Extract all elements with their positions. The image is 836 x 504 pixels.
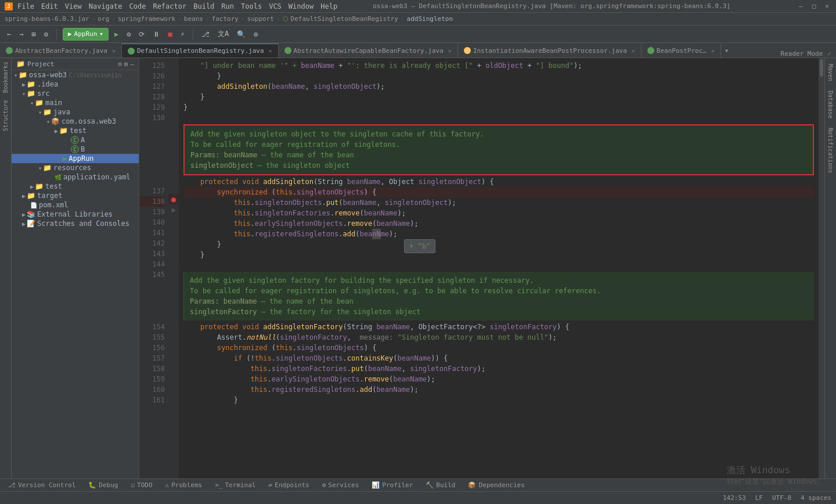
- vertical-scrollbar[interactable]: [819, 58, 824, 478]
- version-control-label: Version Control: [18, 481, 75, 489]
- menu-build[interactable]: Build: [193, 2, 214, 10]
- problems-tab[interactable]: ⚠ Problems: [160, 479, 208, 491]
- breadcrumb-factory[interactable]: factory: [212, 15, 239, 23]
- code-content[interactable]: "] under bean name '" + beanName + "': t…: [179, 58, 819, 478]
- coverage-icon[interactable]: ⚡: [178, 29, 187, 39]
- services-tab[interactable]: ⚙ Services: [316, 479, 365, 491]
- tree-class-a[interactable]: C A: [12, 135, 139, 145]
- forward-icon[interactable]: →: [17, 29, 26, 39]
- build-tab[interactable]: 🔨 Build: [420, 479, 461, 491]
- menu-edit[interactable]: Edit: [41, 2, 58, 10]
- structure-panel-tab[interactable]: Structure: [1, 96, 10, 135]
- tab-abstractbeanfactory[interactable]: AbstractBeanFactory.java ✕: [0, 44, 122, 57]
- recent-files-icon[interactable]: ⊞: [29, 29, 38, 39]
- breadcrumb-class[interactable]: ⬡: [283, 15, 289, 23]
- breadcrumb-springframework[interactable]: springframework: [118, 15, 175, 23]
- tree-resources[interactable]: ▾ 📁 resources: [12, 163, 139, 172]
- sidebar-collapse-icon[interactable]: —: [130, 60, 134, 68]
- run-icon[interactable]: ▶: [112, 29, 121, 39]
- tree-src[interactable]: ▾ 📁 src: [12, 89, 139, 98]
- expand-icon: ▶: [30, 183, 34, 190]
- breadcrumb-classname[interactable]: DefaultSingletonBeanRegistry: [291, 15, 398, 23]
- tab-beanpostproc[interactable]: BeanPostProc… ✕: [642, 44, 721, 57]
- tab-close-icon[interactable]: ✕: [269, 48, 272, 54]
- menu-run[interactable]: Run: [221, 2, 234, 10]
- tree-apprun[interactable]: ▶ AppRun: [12, 154, 139, 163]
- tree-main[interactable]: ▾ 📁 main: [12, 98, 139, 107]
- close-button[interactable]: ✕: [823, 2, 831, 10]
- vcs-icon[interactable]: ⎇: [199, 29, 212, 39]
- tab-close-icon[interactable]: ✕: [711, 48, 715, 54]
- tab-defaultsingleton[interactable]: DefaultSingletonBeanRegistry.java ✕: [122, 44, 279, 57]
- tree-class-b[interactable]: C B: [12, 145, 139, 154]
- tree-package[interactable]: ▾ 📦 com.ossa.web3: [12, 117, 139, 126]
- tab-overflow-icon[interactable]: ▾: [721, 46, 732, 55]
- reader-mode-label[interactable]: Reader Mode: [781, 50, 823, 57]
- tree-target[interactable]: ▶ 📁 target: [12, 191, 139, 200]
- root-path: C:\Users\sunjin: [69, 72, 121, 78]
- menu-code[interactable]: Code: [129, 2, 146, 10]
- menu-file[interactable]: File: [17, 2, 34, 10]
- profiler-tab[interactable]: 📊 Profiler: [366, 479, 419, 491]
- tree-scratches[interactable]: ▶ 📝 Scratches and Consoles: [12, 219, 139, 228]
- todo-tab[interactable]: ☑ TODO: [125, 479, 158, 491]
- maven-panel-tab[interactable]: Maven: [826, 60, 835, 85]
- settings2-icon[interactable]: ⚙: [251, 29, 260, 39]
- pause-icon[interactable]: ⏸: [150, 29, 162, 39]
- folder-icon: 📁: [35, 99, 44, 107]
- pom-label: pom.xml: [39, 201, 69, 209]
- tab-instantiation[interactable]: InstantiationAwareBeanPostProcessor.java…: [458, 44, 642, 57]
- run-to-cursor-icon[interactable]: ▷: [172, 207, 175, 213]
- code-editor[interactable]: 125 126 127 128 129 130 137 138 139 140 …: [139, 58, 824, 478]
- translate-icon[interactable]: 文A: [215, 28, 231, 40]
- tree-yaml[interactable]: 🌿 application.yaml: [12, 172, 139, 182]
- breadcrumb-org[interactable]: org: [98, 15, 109, 23]
- tab-close-icon[interactable]: ✕: [448, 48, 452, 54]
- profiler-icon: 📊: [372, 481, 380, 489]
- breadcrumb-method[interactable]: addSingleton: [407, 15, 453, 23]
- breadcrumb-jar[interactable]: spring-beans-6.0.3.jar: [5, 15, 89, 23]
- menu-window[interactable]: Window: [289, 2, 314, 10]
- back-icon[interactable]: ←: [5, 29, 13, 39]
- tree-pom[interactable]: 📄 pom.xml: [12, 200, 139, 210]
- notifications-panel-tab[interactable]: Notifications: [826, 124, 835, 177]
- search-everywhere-icon[interactable]: 🔍: [235, 29, 248, 39]
- tree-external-libs[interactable]: ▶ 📚 External Libraries: [12, 210, 139, 219]
- terminal-tab[interactable]: >_ Terminal: [209, 479, 261, 491]
- menu-help[interactable]: Help: [320, 2, 337, 10]
- tab-close-icon[interactable]: ✕: [112, 48, 116, 54]
- breadcrumb-beans[interactable]: beans: [184, 15, 203, 23]
- version-control-tab[interactable]: ⎇ Version Control: [2, 479, 81, 491]
- menu-navigate[interactable]: Navigate: [89, 2, 122, 10]
- menu-vcs[interactable]: VCS: [269, 2, 282, 10]
- tab-close-icon[interactable]: ✕: [632, 48, 635, 54]
- external-libs-label: External Libraries: [37, 210, 113, 218]
- breadcrumb-support[interactable]: support: [247, 15, 274, 23]
- tree-test[interactable]: ▶ 📁 test: [12, 182, 139, 191]
- tree-idea[interactable]: ▶ 📁 .idea: [12, 80, 139, 89]
- endpoints-tab[interactable]: ⇌ Endpoints: [262, 479, 315, 491]
- sidebar-settings-icon[interactable]: ⚙: [118, 60, 122, 68]
- tab-abstractautowire[interactable]: AbstractAutowireCapableBeanFactory.java …: [279, 44, 458, 57]
- tree-test-pkg[interactable]: ▶ 📁 test: [12, 126, 139, 135]
- menu-refactor[interactable]: Refactor: [153, 2, 186, 10]
- scrollbar-thumb[interactable]: [820, 59, 823, 77]
- maximize-button[interactable]: □: [810, 2, 819, 10]
- reload-icon[interactable]: ⟳: [136, 29, 147, 39]
- bookmarks-panel-tab[interactable]: Bookmarks: [1, 58, 10, 96]
- apprun-button[interactable]: ▶ AppRun ▾: [63, 28, 109, 41]
- settings-icon[interactable]: ⚙: [42, 29, 51, 39]
- build-icon[interactable]: ⚙: [124, 29, 133, 39]
- minimize-button[interactable]: —: [797, 2, 805, 10]
- stop-icon[interactable]: ■: [165, 29, 174, 39]
- menu-view[interactable]: View: [65, 2, 82, 10]
- database-panel-tab[interactable]: Database: [826, 87, 835, 122]
- profiler-label: Profiler: [382, 481, 413, 489]
- dependencies-tab[interactable]: 📦 Dependencies: [462, 479, 530, 491]
- sidebar-expand-icon[interactable]: ⊞: [124, 60, 128, 68]
- menu-tools[interactable]: Tools: [241, 2, 262, 10]
- tree-java[interactable]: ▾ 📁 java: [12, 107, 139, 117]
- tree-root[interactable]: ▾ 📁 ossa-web3 C:\Users\sunjin: [12, 70, 139, 80]
- debug-tab[interactable]: 🐛 Debug: [82, 479, 124, 491]
- reader-mode-check[interactable]: ✓: [827, 50, 831, 57]
